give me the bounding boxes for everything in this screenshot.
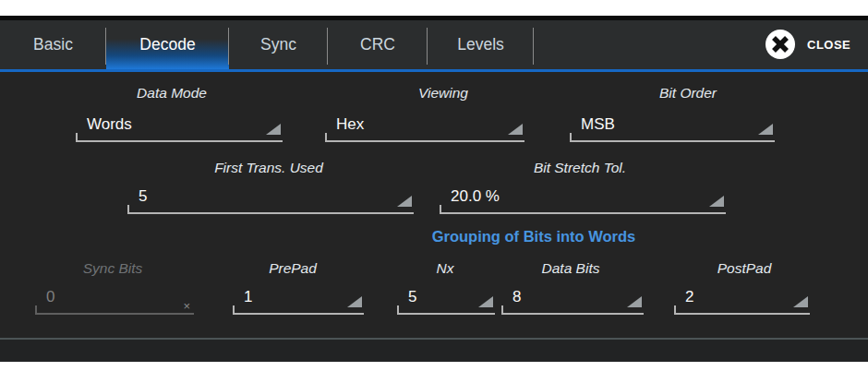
close-button[interactable]: CLOSE [765, 27, 850, 62]
prepad-value: 1 [244, 288, 252, 306]
close-button-label: CLOSE [807, 38, 850, 52]
sync-bits-field-disabled: 0 × [35, 282, 194, 315]
data-mode-value: Words [87, 115, 132, 134]
tab-levels[interactable]: Levels [428, 20, 534, 69]
dropdown-triangle-icon [709, 196, 724, 207]
dropdown-underline [76, 133, 283, 142]
dropdown-triangle-icon [793, 296, 808, 307]
tab-crc[interactable]: CRC [328, 20, 428, 69]
dropdown-underline [233, 305, 364, 315]
prepad-label: PrePad [219, 259, 367, 278]
bit-stretch-tol-label: Bit Stretch Tol. [488, 159, 672, 177]
dropdown-underline [501, 305, 644, 315]
first-trans-used-value: 5 [139, 187, 147, 206]
first-trans-used-dropdown[interactable]: 5 [127, 182, 414, 214]
tab-decode[interactable]: Decode [106, 20, 229, 69]
tab-sync-label: Sync [260, 35, 296, 54]
data-bits-dropdown[interactable]: 8 [501, 282, 644, 315]
bit-order-dropdown[interactable]: MSB [570, 110, 775, 142]
dropdown-triangle-icon [508, 124, 523, 135]
dropdown-triangle-icon [627, 296, 642, 307]
tab-levels-label: Levels [457, 35, 504, 54]
sync-bits-label: Sync Bits [39, 259, 187, 278]
first-trans-used-label: First Trans. Used [176, 159, 361, 177]
dropdown-underline [127, 205, 414, 214]
data-bits-value: 8 [512, 288, 521, 306]
viewing-dropdown[interactable]: Hex [325, 110, 524, 142]
tab-decode-label: Decode [139, 35, 195, 54]
tab-crc-label: CRC [360, 35, 395, 54]
bit-stretch-tol-value: 20.0 % [451, 187, 500, 206]
bit-order-label: Bit Order [605, 84, 771, 102]
bit-stretch-tol-dropdown[interactable]: 20.0 % [440, 182, 726, 214]
viewing-value: Hex [336, 115, 364, 134]
nx-dropdown[interactable]: 5 [397, 282, 495, 315]
grouping-section-header: Grouping of Bits into Words [395, 227, 672, 245]
postpad-value: 2 [685, 288, 693, 306]
postpad-label: PostPad [670, 259, 818, 278]
dropdown-triangle-icon [758, 124, 773, 135]
dropdown-underline [570, 133, 775, 142]
viewing-label: Viewing [360, 84, 526, 102]
postpad-dropdown[interactable]: 2 [674, 282, 810, 315]
dropdown-triangle-icon [266, 124, 281, 135]
dropdown-underline [674, 305, 810, 315]
disabled-x-icon: × [183, 300, 190, 312]
dropdown-underline [440, 205, 726, 214]
data-bits-label: Data Bits [497, 259, 645, 278]
data-mode-label: Data Mode [89, 84, 255, 102]
sync-bits-value: 0 [46, 288, 54, 306]
tab-sync[interactable]: Sync [229, 20, 328, 69]
tab-basic[interactable]: Basic [0, 20, 106, 69]
tab-basic-label: Basic [33, 35, 73, 54]
prepad-dropdown[interactable]: 1 [233, 282, 364, 315]
dropdown-triangle-icon [347, 296, 362, 307]
dropdown-underline [325, 133, 524, 142]
decode-settings-dialog: Basic Decode Sync CRC Levels CLOSE Data … [0, 0, 868, 383]
dropdown-triangle-icon [478, 296, 493, 307]
dropdown-triangle-icon [397, 196, 412, 207]
bit-order-value: MSB [581, 115, 615, 134]
bottom-strip [0, 340, 868, 362]
data-mode-dropdown[interactable]: Words [76, 110, 283, 142]
close-icon [765, 29, 796, 60]
dropdown-underline [35, 305, 194, 315]
nx-value: 5 [408, 288, 416, 306]
